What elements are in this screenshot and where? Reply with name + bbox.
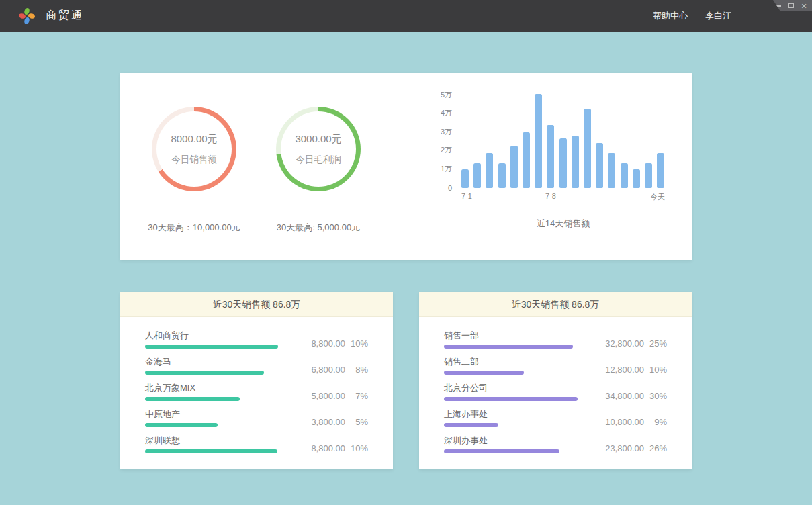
list-item: 销售二部12,800.0010% xyxy=(444,357,667,375)
list-item: 深圳办事处23,800.0026% xyxy=(444,435,667,453)
item-percent: 10% xyxy=(644,365,667,375)
today-sales-donut: 8000.00元 今日销售额 xyxy=(152,107,236,191)
item-amount: 10,800.00 xyxy=(605,417,644,427)
y-tick-label: 3万 xyxy=(441,127,452,137)
item-bar xyxy=(444,397,578,401)
bar xyxy=(523,132,530,188)
item-bar xyxy=(145,397,240,401)
item-label: 北京万象MIX xyxy=(145,383,293,393)
item-amount: 12,800.00 xyxy=(605,365,644,375)
minimize-icon xyxy=(776,5,781,7)
item-amount: 32,800.00 xyxy=(605,338,644,349)
today-profit-donut: 3000.00元 今日毛利润 xyxy=(276,107,361,191)
donut-hole: 8000.00元 今日销售额 xyxy=(156,111,232,187)
bar xyxy=(486,153,493,188)
bar xyxy=(645,163,652,188)
today-profit-caption: 今日毛利润 xyxy=(296,154,341,166)
item-label: 深圳联想 xyxy=(145,435,293,445)
item-label: 销售二部 xyxy=(444,357,592,367)
list-item: 北京分公司34,800.0030% xyxy=(444,383,667,401)
bar xyxy=(535,94,542,188)
item-percent: 7% xyxy=(345,391,368,401)
bar-chart-x-axis: 7-17-8今天 xyxy=(461,192,665,201)
bar xyxy=(498,163,506,188)
today-profit-value: 3000.00元 xyxy=(295,133,341,146)
item-bar xyxy=(145,345,278,349)
x-tick-label: 今天 xyxy=(650,192,665,202)
ranking-row: 近30天销售额 86.8万 人和商贸行8,800.0010%金海马6,800.0… xyxy=(120,292,692,469)
bar xyxy=(547,125,554,188)
maximize-button[interactable] xyxy=(788,2,795,10)
item-label: 中原地产 xyxy=(145,409,293,419)
item-bar xyxy=(444,371,524,375)
bar xyxy=(461,169,469,188)
item-bar xyxy=(145,449,277,453)
y-tick-label: 4万 xyxy=(441,108,452,118)
item-amount: 3,800.00 xyxy=(311,417,345,427)
customer-ranking-title: 近30天销售额 86.8万 xyxy=(120,292,393,317)
item-percent: 9% xyxy=(644,417,667,427)
y-tick-label: 2万 xyxy=(441,145,452,155)
y-tick-label: 1万 xyxy=(441,164,452,174)
department-ranking-title: 近30天销售额 86.8万 xyxy=(419,292,692,317)
list-item: 北京万象MIX5,800.007% xyxy=(145,383,368,401)
nav-help-center[interactable]: 帮助中心 xyxy=(653,10,688,22)
bar xyxy=(510,146,518,188)
item-amount: 6,800.00 xyxy=(311,365,345,375)
profit-30day-max: 30天最高: 5,000.00元 xyxy=(268,222,369,234)
bar xyxy=(559,138,567,188)
donut-hole: 3000.00元 今日毛利润 xyxy=(281,111,356,187)
bar xyxy=(596,143,603,188)
bar-chart-y-axis: 01万2万3万4万5万 xyxy=(436,93,456,188)
today-sales-caption: 今日销售额 xyxy=(171,154,217,166)
item-amount: 8,800.00 xyxy=(311,443,345,453)
sales-30day-max: 30天最高：10,000.00元 xyxy=(120,222,268,234)
today-sales-block: 8000.00元 今日销售额 30天最高：10,000.00元 xyxy=(120,73,268,260)
item-amount: 5,800.00 xyxy=(311,391,345,401)
item-amount: 8,800.00 xyxy=(311,338,345,349)
item-percent: 30% xyxy=(644,391,667,401)
minimize-button[interactable] xyxy=(775,2,782,10)
pinwheel-logo-icon xyxy=(17,7,36,26)
bar xyxy=(608,153,615,188)
list-item: 深圳联想8,800.0010% xyxy=(145,435,368,453)
bar xyxy=(657,153,664,188)
header-nav: 帮助中心 李白江 xyxy=(653,10,812,22)
bar xyxy=(633,169,640,188)
app-title: 商贸通 xyxy=(46,9,84,23)
x-tick-label: 7-1 xyxy=(461,192,472,200)
today-summary-card: 8000.00元 今日销售额 30天最高：10,000.00元 3000.00元… xyxy=(120,73,692,260)
bar xyxy=(473,163,481,188)
item-label: 销售一部 xyxy=(444,330,592,340)
main-dashboard: 8000.00元 今日销售额 30天最高：10,000.00元 3000.00元… xyxy=(120,32,692,469)
item-label: 上海办事处 xyxy=(444,409,592,419)
item-bar xyxy=(444,345,573,349)
y-tick-label: 5万 xyxy=(441,90,452,100)
x-tick-label: 7-8 xyxy=(545,192,556,200)
department-ranking-list: 销售一部32,800.0025%销售二部12,800.0010%北京分公司34,… xyxy=(419,317,692,453)
item-amount: 23,800.00 xyxy=(605,443,644,453)
department-ranking-card: 近30天销售额 86.8万 销售一部32,800.0025%销售二部12,800… xyxy=(419,292,692,469)
list-item: 上海办事处10,800.009% xyxy=(444,409,667,427)
close-button[interactable]: ✕ xyxy=(801,2,807,10)
item-label: 人和商贸行 xyxy=(145,330,293,340)
item-bar xyxy=(444,423,498,427)
titlebar: 商贸通 帮助中心 李白江 ✕ xyxy=(0,0,812,32)
y-tick-label: 0 xyxy=(448,184,452,192)
item-amount: 34,800.00 xyxy=(605,391,644,401)
item-percent: 8% xyxy=(345,365,368,375)
today-sales-value: 8000.00元 xyxy=(171,133,217,146)
item-bar xyxy=(444,449,559,453)
item-label: 金海马 xyxy=(145,357,293,367)
item-percent: 10% xyxy=(345,338,368,349)
list-item: 人和商贸行8,800.0010% xyxy=(145,330,368,349)
bar-chart-plot xyxy=(461,93,665,188)
nav-user[interactable]: 李白江 xyxy=(705,10,731,22)
item-percent: 10% xyxy=(345,443,368,453)
sales-bar-chart: 01万2万3万4万5万 7-17-8今天 近14天销售额 xyxy=(369,73,692,260)
bar xyxy=(572,136,579,188)
bar-chart-title: 近14天销售额 xyxy=(461,218,665,230)
customer-ranking-list: 人和商贸行8,800.0010%金海马6,800.008%北京万象MIX5,80… xyxy=(120,317,393,453)
item-percent: 5% xyxy=(345,417,368,427)
item-label: 深圳办事处 xyxy=(444,435,592,445)
